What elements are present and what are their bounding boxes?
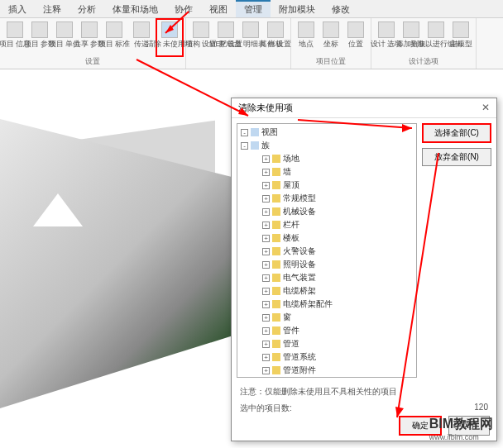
expand-icon[interactable]: +: [262, 169, 270, 176]
expand-icon[interactable]: +: [262, 367, 270, 374]
expand-icon[interactable]: +: [262, 341, 270, 348]
menu-item[interactable]: 分析: [69, 0, 104, 17]
folder-icon: [272, 300, 280, 308]
tree-view[interactable]: -视图-族+场地+墙+屋顶+常规模型+机械设备+栏杆+楼板+火警设备+照明设备+…: [237, 123, 417, 378]
tree-node[interactable]: +场地: [239, 152, 414, 165]
tree-node[interactable]: +墙: [239, 165, 414, 179]
folder-icon: [272, 366, 280, 374]
ribbon-button[interactable]: 项目 标准: [103, 20, 126, 55]
menu-item[interactable]: 管理: [236, 0, 271, 17]
expand-icon[interactable]: +: [262, 354, 270, 361]
tree-node[interactable]: +窗: [239, 311, 414, 324]
ribbon-button[interactable]: 项目 单位: [53, 20, 76, 55]
folder-icon: [272, 194, 280, 203]
ribbon-button[interactable]: 共享 参数: [78, 20, 101, 55]
ribbon-button[interactable]: 拾取以进行编辑: [424, 20, 448, 55]
expand-icon[interactable]: +: [262, 301, 270, 308]
ribbon-button[interactable]: 清除 未使用项: [156, 18, 184, 57]
ribbon-button[interactable]: 其他 设置: [264, 20, 287, 66]
menu-item[interactable]: 视图: [201, 0, 236, 17]
expand-icon[interactable]: +: [262, 288, 270, 295]
folder-icon: [251, 128, 259, 136]
ribbon-icon: [81, 21, 98, 38]
expand-icon[interactable]: +: [262, 222, 270, 229]
menu-item[interactable]: 附加模块: [271, 0, 323, 17]
dialog-note: 注意：仅能删除未使用且不具相关性的项目: [232, 383, 496, 401]
folder-icon: [272, 168, 280, 176]
ribbon-button[interactable]: 坐标: [319, 20, 343, 55]
dialog-count: 选中的项目数: 120: [232, 401, 496, 416]
tree-node[interactable]: +电缆桥架配件: [239, 298, 414, 311]
select-all-button[interactable]: 选择全部(C): [422, 123, 491, 143]
tree-node[interactable]: +管道系统: [239, 350, 414, 364]
folder-icon: [272, 221, 280, 229]
ribbon-button[interactable]: 设计 选项: [375, 20, 398, 55]
expand-icon[interactable]: +: [262, 155, 270, 163]
expand-icon[interactable]: +: [262, 327, 270, 335]
ribbon-icon: [106, 21, 122, 38]
tree-node[interactable]: +常规模型: [239, 192, 414, 205]
tree-node[interactable]: +火警设备: [239, 245, 414, 258]
model-skylight: [33, 193, 83, 226]
folder-icon: [272, 313, 280, 322]
expand-icon[interactable]: +: [262, 208, 270, 216]
folder-icon: [272, 181, 280, 189]
folder-icon: [272, 260, 280, 269]
ribbon: 项目 信息项目 参数项目 单位共享 参数项目 标准传递清除 未使用项设置结构 设…: [0, 18, 503, 69]
expand-icon[interactable]: +: [262, 195, 270, 203]
ribbon-button[interactable]: 项目 参数: [28, 20, 51, 55]
ribbon-icon: [133, 21, 150, 38]
tree-node[interactable]: -视图: [239, 126, 414, 139]
tree-node[interactable]: +栏杆: [239, 218, 414, 231]
folder-icon: [272, 340, 280, 348]
dialog-titlebar: 清除未使用项 ✕: [232, 98, 496, 118]
close-icon[interactable]: ✕: [481, 102, 490, 114]
tree-node[interactable]: +管件: [239, 324, 414, 337]
ribbon-icon: [31, 21, 48, 38]
folder-icon: [272, 247, 280, 255]
tree-node[interactable]: +照明设备: [239, 258, 414, 271]
ribbon-icon: [428, 21, 444, 38]
tree-node[interactable]: +机械设备: [239, 205, 414, 218]
folder-icon: [272, 207, 280, 216]
expand-icon[interactable]: +: [262, 248, 270, 255]
ribbon-button[interactable]: 项目 信息: [3, 20, 26, 55]
tree-node[interactable]: +电缆桥架: [239, 284, 414, 298]
ribbon-icon: [242, 21, 259, 38]
menu-item[interactable]: 修改: [323, 0, 358, 17]
expand-icon[interactable]: +: [262, 235, 270, 242]
tree-node[interactable]: +电气装置: [239, 271, 414, 284]
tree-node[interactable]: +楼板: [239, 231, 414, 245]
ribbon-icon: [193, 21, 209, 38]
tree-node[interactable]: +管道附件: [239, 364, 414, 377]
tree-node[interactable]: +管道: [239, 337, 414, 350]
expand-icon[interactable]: +: [262, 314, 270, 322]
menu-item[interactable]: 协作: [166, 0, 201, 17]
dialog-title: 清除未使用项: [238, 102, 293, 114]
ribbon-button[interactable]: 地点: [295, 20, 318, 55]
ribbon-icon: [378, 21, 395, 38]
expand-icon[interactable]: +: [262, 182, 270, 189]
ribbon-icon: [323, 21, 339, 38]
ribbon-button[interactable]: 位置: [344, 20, 367, 55]
ribbon-button[interactable]: 主模型: [449, 20, 472, 55]
ribbon-icon: [218, 21, 234, 38]
ribbon-icon: [161, 21, 178, 38]
expand-icon[interactable]: -: [241, 142, 248, 150]
menu-item[interactable]: 插入: [0, 0, 35, 17]
ribbon-button[interactable]: 添加到集: [400, 20, 423, 55]
discard-all-button[interactable]: 放弃全部(N): [422, 148, 491, 166]
ribbon-icon: [7, 21, 23, 38]
expand-icon[interactable]: +: [262, 274, 270, 282]
ribbon-button[interactable]: 传递: [127, 20, 156, 55]
expand-icon[interactable]: +: [262, 261, 270, 269]
ribbon-icon: [403, 21, 419, 38]
tree-node[interactable]: -族: [239, 139, 414, 152]
expand-icon[interactable]: -: [241, 129, 248, 136]
menu-bar: 插入注释分析体量和场地协作视图管理附加模块修改: [0, 0, 503, 18]
tree-node[interactable]: +屋顶: [239, 179, 414, 192]
menu-item[interactable]: 体量和场地: [104, 0, 166, 17]
menu-item[interactable]: 注释: [35, 0, 69, 17]
tree-node[interactable]: +结构基础: [239, 377, 414, 378]
folder-icon: [272, 274, 280, 282]
